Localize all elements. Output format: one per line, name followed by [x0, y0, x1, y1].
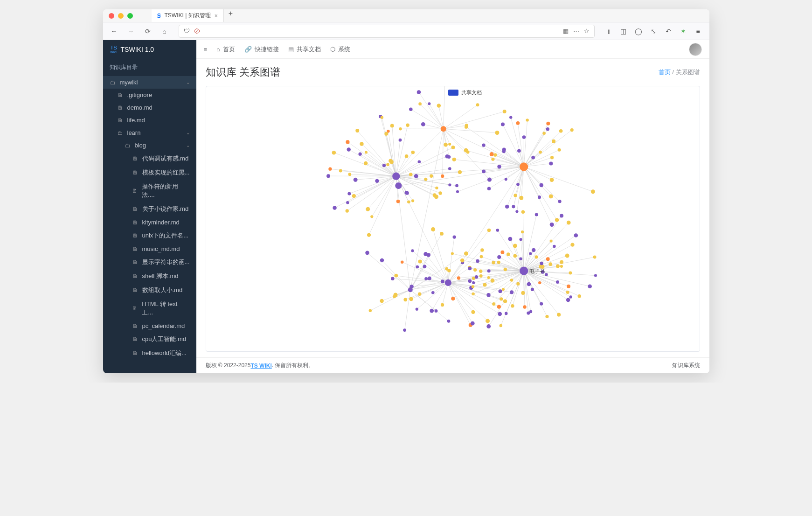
more-icon[interactable]: ⋯	[573, 28, 579, 35]
svg-point-387	[424, 277, 428, 280]
hamburger-menu-icon[interactable]: ≡	[692, 25, 705, 38]
tab-close-icon[interactable]: ×	[215, 13, 218, 19]
sidebar-icon[interactable]: ◫	[617, 25, 630, 38]
svg-point-369	[465, 124, 468, 127]
tree-file[interactable]: 🗎代码调试有感.md	[103, 152, 196, 166]
svg-line-259	[448, 167, 523, 283]
new-tab-button[interactable]: +	[224, 9, 237, 22]
user-avatar[interactable]	[689, 43, 702, 56]
tree-folder[interactable]: 🗀blog⌄	[103, 139, 196, 152]
chevron-down-icon: ⌄	[186, 143, 190, 148]
close-window-button[interactable]	[109, 13, 114, 19]
tree-file[interactable]: 🗎shell 脚本.md	[103, 269, 196, 283]
tree-file[interactable]: 🗎helloworld汇编...	[103, 346, 196, 360]
lock-slash-icon: ⛒	[194, 28, 201, 35]
svg-point-432	[545, 273, 548, 276]
svg-line-37	[396, 147, 453, 176]
svg-point-299	[451, 146, 455, 149]
nav-system[interactable]: ⬡系统	[330, 45, 350, 54]
tree-item-label: learn	[127, 129, 141, 136]
maximize-window-button[interactable]	[127, 13, 133, 19]
tree-item-label: 关于小说作家.md	[142, 205, 189, 213]
nav-shared[interactable]: ▤共享文档	[288, 45, 321, 54]
svg-point-388	[503, 299, 507, 303]
tree-file[interactable]: 🗎HTML 转 text 工...	[103, 297, 196, 320]
svg-point-408	[400, 260, 403, 264]
nav-reload-button[interactable]: ⟳	[141, 25, 154, 38]
svg-point-505	[520, 266, 528, 275]
svg-point-358	[549, 223, 554, 227]
svg-point-376	[421, 122, 425, 126]
tree-file[interactable]: 🗎cpu人工智能.md	[103, 332, 196, 346]
minimize-window-button[interactable]	[118, 13, 124, 19]
svg-point-320	[509, 116, 512, 119]
tree-file[interactable]: 🗎unix下的文件名...	[103, 229, 196, 243]
file-icon: 🗎	[132, 206, 139, 212]
svg-point-469	[504, 312, 507, 315]
browser-tab[interactable]: Ꞩ TSWIKI | 知识管理 ×	[152, 9, 224, 22]
svg-point-280	[370, 215, 373, 218]
browser-toolbar: ← → ⟳ ⌂ 🛡 ⛒ ▦ ⋯ ☆ ⫼ ◫ ◯ ⤡ ↶ ✶ ≡	[103, 22, 709, 40]
svg-point-348	[590, 189, 595, 194]
tree-file[interactable]: 🗎模板实现的红黑...	[103, 166, 196, 180]
footer-link[interactable]: TS WIKI	[250, 363, 271, 369]
account-icon[interactable]: ◯	[632, 25, 645, 38]
tree-file[interactable]: 🗎life.md	[103, 114, 196, 126]
tree-file[interactable]: 🗎操作符的新用法....	[103, 180, 196, 202]
nav-forward-button[interactable]: →	[125, 25, 138, 38]
svg-line-108	[443, 112, 504, 129]
undo-icon[interactable]: ↶	[662, 25, 675, 38]
svg-point-360	[502, 150, 505, 153]
relation-graph[interactable]: 共享文档 电子书	[206, 86, 700, 352]
svg-point-282	[432, 193, 436, 197]
svg-point-424	[444, 279, 451, 286]
svg-line-87	[524, 130, 572, 167]
svg-point-390	[471, 310, 475, 314]
tab-title: TSWIKI | 知识管理	[165, 12, 211, 20]
svg-point-323	[515, 210, 518, 213]
nav-home[interactable]: ⌂首页	[216, 45, 235, 54]
svg-point-303	[347, 192, 351, 195]
crop-icon[interactable]: ⤡	[647, 25, 660, 38]
svg-point-298	[363, 161, 368, 166]
qr-icon[interactable]: ▦	[563, 28, 569, 35]
file-icon: 🗎	[132, 246, 139, 252]
tree-file[interactable]: 🗎显示字符串的函...	[103, 255, 196, 269]
svg-line-49	[396, 176, 440, 193]
tree-file[interactable]: 🗎pc_calendar.md	[103, 320, 196, 332]
nav-back-button[interactable]: ←	[108, 25, 121, 38]
tree-file[interactable]: 🗎demo.md	[103, 101, 196, 114]
tree-file[interactable]: 🗎.gitignore	[103, 89, 196, 101]
svg-point-495	[503, 268, 507, 271]
nav-toggle-button[interactable]: ≡	[204, 46, 208, 53]
nav-home-button[interactable]: ⌂	[158, 25, 171, 38]
breadcrumb-home[interactable]: 首页	[659, 69, 671, 76]
bug-icon[interactable]: ✶	[677, 25, 690, 38]
library-icon[interactable]: ⫼	[602, 25, 615, 38]
svg-line-104	[443, 126, 466, 129]
nav-quicklinks[interactable]: 🔗快捷链接	[244, 45, 279, 54]
tree-file[interactable]: 🗎kityminder.md	[103, 216, 196, 229]
svg-point-420	[418, 260, 422, 264]
url-bar[interactable]: 🛡 ⛒ ▦ ⋯ ☆	[179, 25, 595, 38]
tree-file[interactable]: 🗎数组取大小.md	[103, 283, 196, 297]
svg-line-198	[524, 271, 525, 307]
tree-folder[interactable]: 🗀mywiki⌄	[103, 76, 196, 89]
file-tree: 🗀mywiki⌄🗎.gitignore🗎demo.md🗎life.md🗀lear…	[103, 76, 196, 373]
file-icon: 🗎	[132, 350, 139, 356]
svg-point-494	[527, 282, 531, 286]
svg-line-241	[367, 253, 410, 290]
svg-line-27	[368, 176, 396, 209]
star-icon[interactable]: ☆	[584, 28, 590, 35]
breadcrumb: 首页 / 关系图谱	[659, 68, 700, 77]
svg-line-18	[372, 176, 396, 217]
svg-point-502	[540, 262, 543, 265]
brand[interactable]: TS wiki TSWIKI 1.0	[103, 40, 196, 59]
window-titlebar: Ꞩ TSWIKI | 知识管理 × +	[103, 9, 709, 22]
tree-folder[interactable]: 🗀learn⌄	[103, 126, 196, 139]
tree-file[interactable]: 🗎music_md.md	[103, 243, 196, 255]
svg-line-186	[524, 215, 536, 271]
svg-point-484	[567, 285, 570, 288]
svg-point-515	[464, 251, 468, 256]
tree-file[interactable]: 🗎关于小说作家.md	[103, 202, 196, 216]
